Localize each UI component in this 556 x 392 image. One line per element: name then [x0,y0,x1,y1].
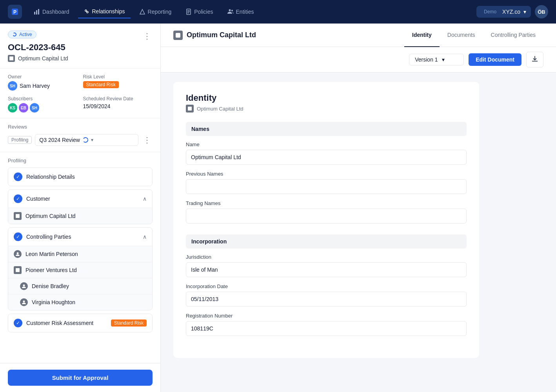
main-scroll-area: Identity Optimum Capital Ltd Names Name [161,73,556,392]
main-title: Optimum Capital Ltd [173,31,404,40]
jurisdiction-field: Jurisdiction [186,254,467,277]
nav-policies[interactable]: Policies [180,5,218,18]
main-entity-icon [173,31,183,40]
jurisdiction-input[interactable] [186,262,467,277]
main-toolbar: Version 1 ▾ Edit Document [161,47,556,73]
svg-point-11 [231,10,233,11]
registration-number-input[interactable] [186,321,467,336]
check-icon: ✓ [14,232,22,241]
chart-icon [34,9,40,15]
controlling-party-leon[interactable]: Leon Martin Peterson [8,246,152,262]
svg-point-18 [23,285,25,287]
names-section-header: Names [186,122,467,136]
main-content: Optimum Capital Ltd Identity Documents C… [161,24,556,392]
check-icon: ✓ [14,319,22,327]
download-icon [531,55,538,62]
more-options-button[interactable]: ⋮ [142,30,153,42]
controlling-party-virginia[interactable]: Virginia Houghton [8,294,152,310]
profiling-section: Profiling ✓ Relationship Details ✓ Custo… [0,152,160,363]
svg-point-19 [23,301,25,303]
profiling-customer-header[interactable]: ✓ Customer ∧ [8,190,152,208]
profiling-relationship-details-header[interactable]: ✓ Relationship Details [8,168,152,186]
identity-title: Identity [186,93,467,103]
entity-icon [14,266,22,274]
previous-names-field: Previous Names [186,171,467,194]
profiling-controlling-parties: ✓ Controlling Parties ∧ Leon Martin Pete… [8,227,153,310]
incorporation-section-header: Incorporation [186,234,467,249]
svg-rect-2 [34,12,35,15]
submit-for-approval-button[interactable]: Submit for Approval [8,370,153,386]
reviews-section: Reviews Profiling Q3 2024 Review ▾ ⋮ [0,118,160,152]
nav-reporting[interactable]: Reporting [134,5,177,18]
person-icon [14,250,22,258]
profiling-risk-assessment-header[interactable]: ✓ Customer Risk Assessment Standard Risk [8,314,152,332]
nav-entities[interactable]: Entities [222,5,260,18]
name-input[interactable] [186,150,467,165]
svg-point-14 [83,138,88,142]
profiling-customer: ✓ Customer ∧ Optimum Capital Ltd [8,189,153,224]
nav-dashboard[interactable]: Dashboard [28,5,75,18]
spinner-icon [12,32,17,37]
sidebar-meta: Owner SH Sam Harvey Risk Level Standard … [0,69,160,118]
incorporation-date-field: Incorporation Date [186,283,467,307]
risk-level-field: Risk Level Standard Risk [83,74,153,91]
user-avatar[interactable]: ÖB [535,5,548,18]
controlling-party-denise[interactable]: Denise Bradley [8,278,152,294]
previous-names-input[interactable] [186,179,467,194]
svg-rect-15 [16,214,20,218]
edit-document-button[interactable]: Edit Document [469,53,521,66]
tab-documents[interactable]: Documents [440,24,483,47]
top-navigation: P Dashboard Relationships Reporting Poli… [0,0,556,24]
check-icon: ✓ [14,172,22,181]
version-selector[interactable]: Version 1 ▾ [409,54,464,65]
nav-relationships[interactable]: Relationships [78,5,131,18]
case-entity: Optimum Capital Ltd [8,55,153,62]
entity-icon [14,212,22,220]
chevron-up-icon: ∧ [143,196,147,202]
entity-icon [186,105,194,113]
name-field: Name [186,142,467,165]
identity-card: Identity Optimum Capital Ltd Names Name [173,82,479,358]
svg-rect-3 [36,10,37,15]
svg-rect-13 [9,56,13,60]
sidebar-case-header: Active ⋮ OCL-2023-645 Optimum Capital Lt… [0,24,160,69]
org-selector[interactable]: Demo XYZ.co ▾ [476,6,531,18]
spinner-small-icon [82,137,89,143]
subscriber-avatar-ks: KS [8,103,17,113]
demo-badge: Demo [481,8,499,15]
profiling-controlling-parties-header[interactable]: ✓ Controlling Parties ∧ [8,228,152,246]
review-more-button[interactable]: ⋮ [142,134,153,146]
person-icon [20,282,28,290]
svg-point-10 [229,9,231,11]
incorporation-date-input[interactable] [186,292,467,307]
registration-number-field: Registration Number [186,313,467,336]
triangle-icon [139,9,145,15]
tab-controlling-parties[interactable]: Controlling Parties [483,24,543,47]
review-date-field: Scheduled Review Date 15/09/2024 [83,96,153,113]
controlling-party-pioneer[interactable]: Pioneer Ventures Ltd [8,262,152,278]
owner-field: Owner SH Sam Harvey [8,74,78,91]
link-icon [84,8,90,15]
chevron-down-icon: ▾ [91,137,93,143]
check-icon: ✓ [14,194,22,203]
chevron-down-icon: ▾ [442,56,445,63]
svg-line-5 [86,11,87,12]
review-selector[interactable]: Q3 2024 Review ▾ [35,134,138,146]
person-icon [20,298,28,306]
names-section: Names Name Previous Names Trading Names [186,122,467,223]
svg-rect-20 [176,33,180,38]
trading-names-input[interactable] [186,209,467,223]
incorporation-section: Incorporation Jurisdiction Incorporation… [186,234,467,336]
svg-point-16 [17,252,19,254]
chevron-down-icon: ▾ [523,9,526,15]
tab-identity[interactable]: Identity [404,24,440,47]
subscribers-field: Subscribers KS EB SH [8,96,78,113]
org-name: XYZ.co [502,9,520,15]
svg-point-12 [13,33,16,36]
profiling-relationship-details: ✓ Relationship Details [8,167,153,186]
download-button[interactable] [526,52,543,67]
app-logo: P [8,5,22,19]
svg-rect-4 [38,9,39,15]
submit-section: Submit for Approval [0,363,160,392]
customer-subitem-optimum[interactable]: Optimum Capital Ltd [8,208,152,224]
